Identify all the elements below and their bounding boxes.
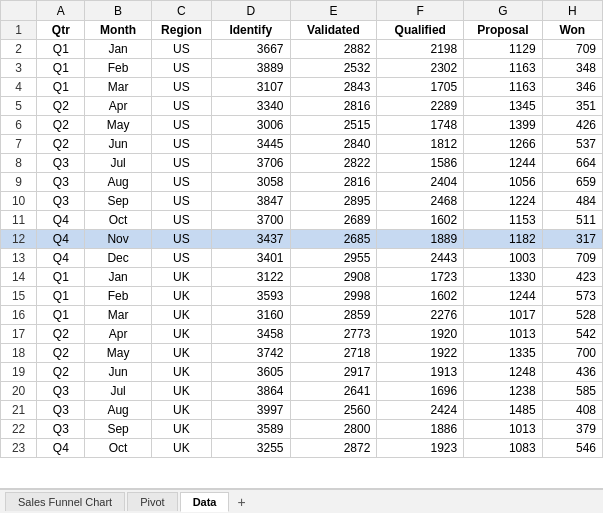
cell-e[interactable]: 2872 (290, 439, 377, 458)
cell-d[interactable]: 3742 (212, 344, 290, 363)
cell-c[interactable]: UK (151, 382, 211, 401)
cell-h[interactable]: 317 (542, 230, 602, 249)
cell-f[interactable]: 1705 (377, 78, 464, 97)
cell-g[interactable]: 1017 (464, 306, 542, 325)
cell-f[interactable]: 1913 (377, 363, 464, 382)
cell-h[interactable]: 436 (542, 363, 602, 382)
cell-h[interactable]: 542 (542, 325, 602, 344)
cell-g[interactable]: 1244 (464, 154, 542, 173)
col-header-A[interactable]: A (37, 1, 85, 21)
cell-h[interactable]: 700 (542, 344, 602, 363)
cell-f[interactable]: 1602 (377, 211, 464, 230)
cell-a[interactable]: Q2 (37, 325, 85, 344)
cell-h[interactable]: 585 (542, 382, 602, 401)
cell-g[interactable]: 1238 (464, 382, 542, 401)
cell-c[interactable]: US (151, 97, 211, 116)
cell-d[interactable]: 3589 (212, 420, 290, 439)
cell-e[interactable]: 2515 (290, 116, 377, 135)
cell-c[interactable]: UK (151, 268, 211, 287)
cell-h[interactable]: 423 (542, 268, 602, 287)
cell-e[interactable]: 2955 (290, 249, 377, 268)
cell-h[interactable]: 346 (542, 78, 602, 97)
cell-g[interactable]: 1013 (464, 420, 542, 439)
cell-b[interactable]: Jun (85, 363, 151, 382)
cell-g[interactable]: 1056 (464, 173, 542, 192)
cell-b[interactable]: Mar (85, 306, 151, 325)
cell-e[interactable]: 2843 (290, 78, 377, 97)
cell-h[interactable]: 546 (542, 439, 602, 458)
cell-c[interactable]: US (151, 230, 211, 249)
cell-h[interactable]: 511 (542, 211, 602, 230)
cell-g[interactable]: 1485 (464, 401, 542, 420)
cell-b[interactable]: Feb (85, 287, 151, 306)
cell-d[interactable]: 3255 (212, 439, 290, 458)
cell-c[interactable]: US (151, 173, 211, 192)
cell-a[interactable]: Q3 (37, 173, 85, 192)
cell-h[interactable]: 537 (542, 135, 602, 154)
cell-a[interactable]: Q1 (37, 268, 85, 287)
cell-f[interactable]: 1696 (377, 382, 464, 401)
cell-f[interactable]: 1602 (377, 287, 464, 306)
cell-a[interactable]: Q3 (37, 192, 85, 211)
cell-d[interactable]: 3593 (212, 287, 290, 306)
cell-a[interactable]: Q2 (37, 135, 85, 154)
tab-sales-funnel-chart[interactable]: Sales Funnel Chart (5, 492, 125, 511)
cell-h[interactable]: 351 (542, 97, 602, 116)
header-won[interactable]: Won (542, 21, 602, 40)
cell-h[interactable]: 573 (542, 287, 602, 306)
cell-c[interactable]: US (151, 59, 211, 78)
cell-d[interactable]: 3160 (212, 306, 290, 325)
cell-e[interactable]: 2998 (290, 287, 377, 306)
col-header-D[interactable]: D (212, 1, 290, 21)
cell-d[interactable]: 3667 (212, 40, 290, 59)
cell-d[interactable]: 3706 (212, 154, 290, 173)
cell-e[interactable]: 2773 (290, 325, 377, 344)
cell-a[interactable]: Q4 (37, 230, 85, 249)
cell-c[interactable]: US (151, 249, 211, 268)
cell-f[interactable]: 1812 (377, 135, 464, 154)
cell-e[interactable]: 2816 (290, 97, 377, 116)
cell-b[interactable]: Jul (85, 382, 151, 401)
col-header-G[interactable]: G (464, 1, 542, 21)
cell-g[interactable]: 1345 (464, 97, 542, 116)
cell-f[interactable]: 1923 (377, 439, 464, 458)
col-header-F[interactable]: F (377, 1, 464, 21)
cell-g[interactable]: 1266 (464, 135, 542, 154)
cell-g[interactable]: 1083 (464, 439, 542, 458)
cell-f[interactable]: 2302 (377, 59, 464, 78)
cell-f[interactable]: 2468 (377, 192, 464, 211)
cell-b[interactable]: Feb (85, 59, 151, 78)
cell-g[interactable]: 1013 (464, 325, 542, 344)
cell-f[interactable]: 1886 (377, 420, 464, 439)
header-month[interactable]: Month (85, 21, 151, 40)
cell-b[interactable]: Sep (85, 420, 151, 439)
cell-a[interactable]: Q3 (37, 420, 85, 439)
cell-g[interactable]: 1003 (464, 249, 542, 268)
cell-c[interactable]: UK (151, 401, 211, 420)
cell-c[interactable]: US (151, 78, 211, 97)
cell-e[interactable]: 2908 (290, 268, 377, 287)
cell-b[interactable]: Jul (85, 154, 151, 173)
cell-g[interactable]: 1335 (464, 344, 542, 363)
cell-d[interactable]: 3401 (212, 249, 290, 268)
cell-b[interactable]: Oct (85, 211, 151, 230)
cell-e[interactable]: 2840 (290, 135, 377, 154)
cell-a[interactable]: Q3 (37, 154, 85, 173)
cell-a[interactable]: Q2 (37, 363, 85, 382)
cell-c[interactable]: UK (151, 325, 211, 344)
cell-e[interactable]: 2718 (290, 344, 377, 363)
header-region[interactable]: Region (151, 21, 211, 40)
cell-h[interactable]: 426 (542, 116, 602, 135)
cell-b[interactable]: Jan (85, 40, 151, 59)
cell-d[interactable]: 3107 (212, 78, 290, 97)
cell-c[interactable]: UK (151, 306, 211, 325)
cell-e[interactable]: 2816 (290, 173, 377, 192)
cell-b[interactable]: Apr (85, 325, 151, 344)
cell-c[interactable]: US (151, 192, 211, 211)
cell-d[interactable]: 3458 (212, 325, 290, 344)
cell-c[interactable]: US (151, 211, 211, 230)
cell-c[interactable]: US (151, 116, 211, 135)
cell-f[interactable]: 2404 (377, 173, 464, 192)
cell-h[interactable]: 709 (542, 249, 602, 268)
tab-data[interactable]: Data (180, 492, 230, 512)
